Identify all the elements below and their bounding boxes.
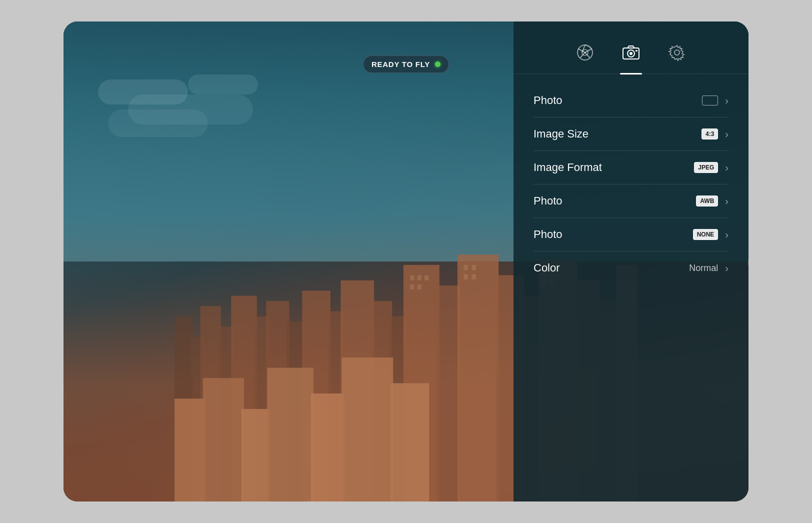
chevron-icon-image-size: ›	[725, 128, 728, 140]
tab-bar	[514, 22, 748, 74]
svg-rect-35	[472, 265, 476, 270]
settings-item-photo-awb[interactable]: Photo AWB ›	[534, 184, 728, 218]
settings-value-row-image-size: 4:3 ›	[702, 128, 728, 140]
svg-rect-23	[203, 378, 244, 502]
color-value-text: Normal	[689, 263, 718, 274]
svg-rect-26	[311, 394, 344, 502]
svg-point-52	[630, 52, 632, 55]
svg-rect-37	[472, 274, 476, 279]
ready-to-fly-badge: READY TO FLY	[363, 56, 449, 73]
settings-list: Photo › Image Size 4:3 › Image Format JP…	[514, 74, 748, 502]
svg-rect-30	[418, 275, 422, 280]
gear-icon	[668, 44, 686, 62]
settings-value-row-image-format: JPEG ›	[694, 162, 728, 174]
tab-camera[interactable]	[620, 42, 642, 64]
ready-indicator-dot	[435, 62, 440, 67]
settings-value-row-color: Normal ›	[689, 262, 728, 274]
settings-label-image-format: Image Format	[534, 161, 602, 174]
ready-badge-text: READY TO FLY	[372, 60, 430, 68]
svg-rect-31	[424, 275, 428, 280]
settings-item-photo-none[interactable]: Photo NONE ›	[534, 218, 728, 252]
image-size-badge: 4:3	[702, 128, 718, 140]
settings-label-photo-1: Photo	[534, 94, 562, 107]
settings-label-photo-awb: Photo	[534, 194, 562, 208]
tab-settings[interactable]	[666, 42, 688, 64]
svg-rect-25	[267, 368, 314, 502]
svg-rect-24	[242, 409, 270, 502]
settings-label-color: Color	[534, 262, 560, 274]
chevron-icon-photo-1: ›	[725, 95, 728, 106]
svg-rect-28	[390, 383, 429, 502]
settings-value-row-photo-none: NONE ›	[693, 229, 728, 240]
svg-rect-36	[464, 274, 468, 279]
svg-rect-34	[464, 265, 468, 270]
settings-item-image-size[interactable]: Image Size 4:3 ›	[534, 118, 728, 151]
photo-badge-rect	[702, 96, 718, 106]
svg-rect-53	[636, 50, 638, 52]
svg-point-54	[674, 50, 680, 55]
svg-rect-22	[174, 398, 206, 502]
svg-rect-14	[437, 286, 460, 502]
settings-panel: Photo › Image Size 4:3 › Image Format JP…	[514, 22, 748, 502]
device-frame: READY TO FLY	[64, 22, 748, 502]
shutter-icon	[576, 44, 594, 62]
image-format-badge: JPEG	[694, 162, 718, 173]
svg-rect-29	[410, 275, 414, 280]
photo-awb-badge: AWB	[696, 196, 718, 206]
svg-rect-33	[418, 284, 422, 290]
settings-label-image-size: Image Size	[534, 128, 588, 140]
clouds-layer	[98, 70, 406, 214]
settings-item-color[interactable]: Color Normal ›	[534, 252, 728, 284]
camera-icon	[622, 44, 640, 62]
photo-none-badge: NONE	[693, 229, 718, 240]
settings-value-row-photo-awb: AWB ›	[696, 196, 728, 207]
chevron-icon-color: ›	[725, 262, 728, 274]
tab-shutter[interactable]	[574, 42, 596, 64]
svg-rect-32	[410, 284, 414, 290]
svg-rect-15	[458, 254, 498, 502]
chevron-icon-photo-awb: ›	[725, 196, 728, 207]
svg-rect-27	[342, 358, 393, 502]
chevron-icon-image-format: ›	[725, 162, 728, 174]
chevron-icon-photo-none: ›	[725, 229, 728, 240]
settings-item-image-format[interactable]: Image Format JPEG ›	[534, 151, 728, 184]
settings-label-photo-none: Photo	[534, 228, 562, 241]
settings-item-photo-1[interactable]: Photo ›	[534, 84, 728, 118]
settings-value-row-photo-1: ›	[702, 95, 728, 106]
